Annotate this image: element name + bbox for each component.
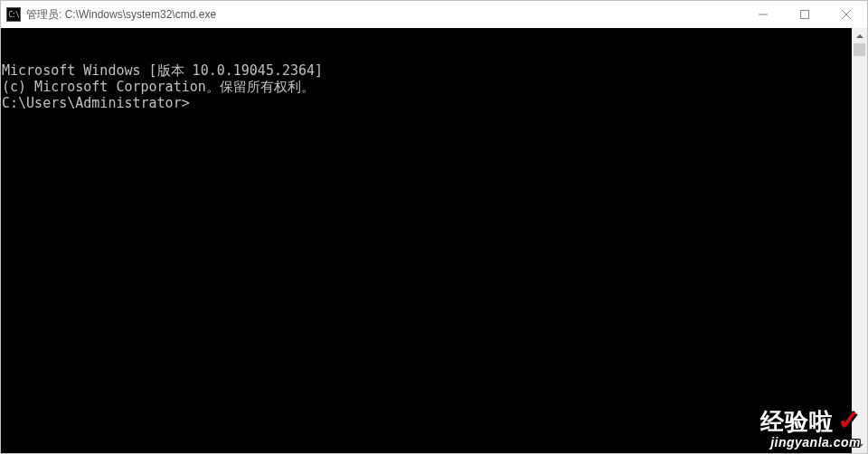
svg-rect-1 [801,11,809,19]
svg-marker-4 [856,34,863,38]
window-title: 管理员: C:\Windows\system32\cmd.exe [26,7,742,23]
console-output: Microsoft Windows [版本 10.0.19045.2364](c… [1,28,852,453]
console-area[interactable]: Microsoft Windows [版本 10.0.19045.2364](c… [1,28,867,453]
scroll-up-icon[interactable] [852,28,867,43]
scroll-thumb[interactable] [854,43,865,56]
vertical-scrollbar[interactable] [852,28,867,453]
console-line: (c) Microsoft Corporation。保留所有权利。 [2,79,852,95]
console-prompt: C:\Users\Administrator> [2,95,852,111]
minimize-button[interactable] [742,1,784,28]
cmd-window: C:\ 管理员: C:\Windows\system32\cmd.exe Mic… [0,0,868,454]
cmd-icon: C:\ [6,7,21,22]
scroll-down-icon[interactable] [852,438,867,453]
titlebar[interactable]: C:\ 管理员: C:\Windows\system32\cmd.exe [1,1,867,28]
close-button[interactable] [826,1,867,28]
console-line: Microsoft Windows [版本 10.0.19045.2364] [2,62,852,79]
window-controls [742,1,867,28]
svg-marker-5 [856,444,863,448]
maximize-button[interactable] [784,1,826,28]
